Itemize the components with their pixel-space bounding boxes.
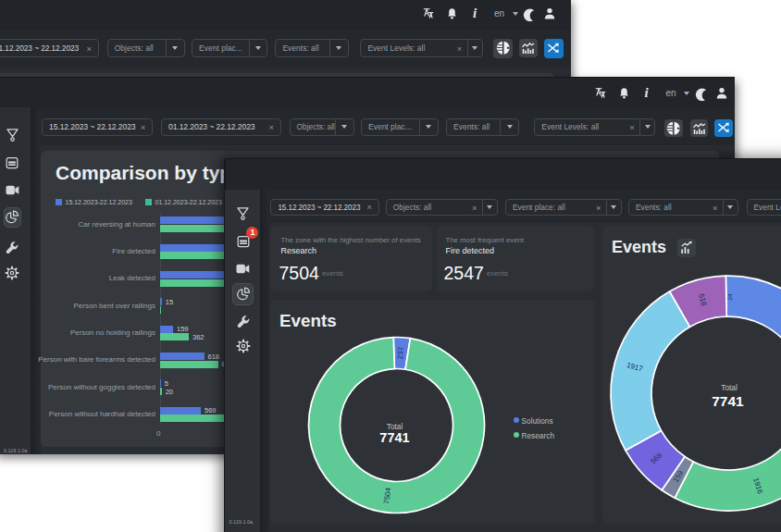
svg-text:237: 237 xyxy=(396,346,405,359)
svg-text:24: 24 xyxy=(726,293,733,301)
